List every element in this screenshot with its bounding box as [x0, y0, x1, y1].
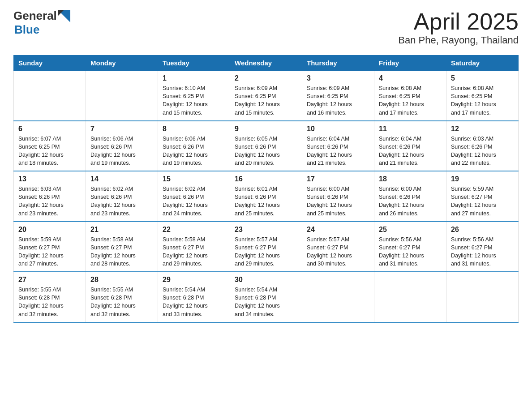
day-number: 16: [235, 175, 297, 183]
day-info: Sunrise: 6:09 AM Sunset: 6:25 PM Dayligh…: [235, 84, 297, 117]
calendar-cell: 6Sunrise: 6:07 AM Sunset: 6:25 PM Daylig…: [14, 121, 86, 171]
day-number: 15: [163, 175, 225, 183]
day-info: Sunrise: 6:03 AM Sunset: 6:26 PM Dayligh…: [451, 135, 514, 167]
day-info: Sunrise: 5:54 AM Sunset: 6:28 PM Dayligh…: [163, 286, 225, 318]
calendar-cell: 8Sunrise: 6:06 AM Sunset: 6:26 PM Daylig…: [158, 121, 230, 171]
calendar-week-row: 6Sunrise: 6:07 AM Sunset: 6:25 PM Daylig…: [14, 121, 519, 171]
calendar-week-row: 20Sunrise: 5:59 AM Sunset: 6:27 PM Dayli…: [14, 222, 519, 272]
day-info: Sunrise: 5:57 AM Sunset: 6:27 PM Dayligh…: [235, 235, 297, 268]
day-number: 17: [307, 175, 369, 183]
day-info: Sunrise: 6:06 AM Sunset: 6:26 PM Dayligh…: [90, 135, 153, 167]
day-number: 22: [163, 226, 225, 234]
calendar-cell: [14, 71, 86, 121]
page-title: April 2025: [398, 9, 519, 34]
calendar-cell: 4Sunrise: 6:08 AM Sunset: 6:25 PM Daylig…: [374, 71, 446, 121]
day-info: Sunrise: 5:56 AM Sunset: 6:27 PM Dayligh…: [451, 235, 514, 268]
logo-icon: [58, 10, 70, 22]
day-number: 5: [451, 74, 514, 82]
page-header: General Blue April 2025 Ban Phe, Rayong,…: [13, 9, 519, 46]
calendar-cell: 27Sunrise: 5:55 AM Sunset: 6:28 PM Dayli…: [14, 272, 86, 322]
calendar-day-header: Monday: [86, 56, 158, 71]
calendar-cell: 28Sunrise: 5:55 AM Sunset: 6:28 PM Dayli…: [86, 272, 158, 322]
day-info: Sunrise: 5:59 AM Sunset: 6:27 PM Dayligh…: [451, 185, 514, 218]
calendar-cell: 13Sunrise: 6:03 AM Sunset: 6:26 PM Dayli…: [14, 171, 86, 222]
day-info: Sunrise: 6:10 AM Sunset: 6:25 PM Dayligh…: [163, 84, 225, 117]
day-info: Sunrise: 5:56 AM Sunset: 6:27 PM Dayligh…: [379, 235, 442, 268]
logo-blue: Blue: [14, 23, 39, 37]
day-number: 1: [163, 74, 225, 82]
calendar-week-row: 27Sunrise: 5:55 AM Sunset: 6:28 PM Dayli…: [14, 272, 519, 322]
day-number: 10: [307, 125, 369, 133]
calendar-cell: 16Sunrise: 6:01 AM Sunset: 6:26 PM Dayli…: [230, 171, 302, 222]
day-info: Sunrise: 5:58 AM Sunset: 6:27 PM Dayligh…: [163, 235, 225, 268]
calendar-cell: 2Sunrise: 6:09 AM Sunset: 6:25 PM Daylig…: [230, 71, 302, 121]
calendar-cell: 29Sunrise: 5:54 AM Sunset: 6:28 PM Dayli…: [158, 272, 230, 322]
calendar-cell: 21Sunrise: 5:58 AM Sunset: 6:27 PM Dayli…: [86, 222, 158, 272]
day-info: Sunrise: 6:05 AM Sunset: 6:26 PM Dayligh…: [235, 135, 297, 167]
calendar-day-header: Sunday: [14, 56, 86, 71]
day-number: 26: [451, 226, 514, 234]
day-info: Sunrise: 5:54 AM Sunset: 6:28 PM Dayligh…: [235, 286, 297, 318]
day-info: Sunrise: 5:58 AM Sunset: 6:27 PM Dayligh…: [90, 235, 153, 268]
calendar-cell: 18Sunrise: 6:00 AM Sunset: 6:26 PM Dayli…: [374, 171, 446, 222]
calendar-cell: 20Sunrise: 5:59 AM Sunset: 6:27 PM Dayli…: [14, 222, 86, 272]
day-number: 21: [90, 226, 153, 234]
calendar-cell: 7Sunrise: 6:06 AM Sunset: 6:26 PM Daylig…: [86, 121, 158, 171]
calendar-header-row: SundayMondayTuesdayWednesdayThursdayFrid…: [14, 56, 519, 71]
day-info: Sunrise: 6:06 AM Sunset: 6:26 PM Dayligh…: [163, 135, 225, 167]
page-subtitle: Ban Phe, Rayong, Thailand: [398, 34, 519, 46]
day-info: Sunrise: 6:08 AM Sunset: 6:25 PM Dayligh…: [379, 84, 442, 117]
day-info: Sunrise: 6:00 AM Sunset: 6:26 PM Dayligh…: [379, 185, 442, 218]
day-number: 24: [307, 226, 369, 234]
day-info: Sunrise: 5:59 AM Sunset: 6:27 PM Dayligh…: [18, 235, 81, 268]
day-info: Sunrise: 6:00 AM Sunset: 6:26 PM Dayligh…: [307, 185, 369, 218]
logo-general: General: [13, 9, 57, 23]
day-info: Sunrise: 5:55 AM Sunset: 6:28 PM Dayligh…: [18, 286, 81, 318]
day-number: 13: [18, 175, 81, 183]
calendar-day-header: Friday: [374, 56, 446, 71]
calendar-cell: 22Sunrise: 5:58 AM Sunset: 6:27 PM Dayli…: [158, 222, 230, 272]
calendar-cell: 30Sunrise: 5:54 AM Sunset: 6:28 PM Dayli…: [230, 272, 302, 322]
day-number: 12: [451, 125, 514, 133]
calendar-week-row: 1Sunrise: 6:10 AM Sunset: 6:25 PM Daylig…: [14, 71, 519, 121]
calendar-cell: 10Sunrise: 6:04 AM Sunset: 6:26 PM Dayli…: [302, 121, 374, 171]
day-number: 2: [235, 74, 297, 82]
day-info: Sunrise: 6:09 AM Sunset: 6:25 PM Dayligh…: [307, 84, 369, 117]
day-info: Sunrise: 6:07 AM Sunset: 6:25 PM Dayligh…: [18, 135, 81, 167]
calendar-cell: [446, 272, 519, 322]
calendar-cell: 1Sunrise: 6:10 AM Sunset: 6:25 PM Daylig…: [158, 71, 230, 121]
day-number: 4: [379, 74, 442, 82]
logo: General Blue: [13, 9, 70, 37]
day-number: 14: [90, 175, 153, 183]
day-number: 23: [235, 226, 297, 234]
calendar-cell: 25Sunrise: 5:56 AM Sunset: 6:27 PM Dayli…: [374, 222, 446, 272]
day-info: Sunrise: 5:57 AM Sunset: 6:27 PM Dayligh…: [307, 235, 369, 268]
calendar-cell: 19Sunrise: 5:59 AM Sunset: 6:27 PM Dayli…: [446, 171, 519, 222]
calendar-day-header: Thursday: [302, 56, 374, 71]
day-number: 20: [18, 226, 81, 234]
calendar-cell: 24Sunrise: 5:57 AM Sunset: 6:27 PM Dayli…: [302, 222, 374, 272]
day-number: 11: [379, 125, 442, 133]
day-number: 3: [307, 74, 369, 82]
day-number: 28: [90, 276, 153, 284]
calendar-cell: 23Sunrise: 5:57 AM Sunset: 6:27 PM Dayli…: [230, 222, 302, 272]
calendar-day-header: Saturday: [446, 56, 519, 71]
calendar-cell: 11Sunrise: 6:04 AM Sunset: 6:26 PM Dayli…: [374, 121, 446, 171]
day-number: 7: [90, 125, 153, 133]
calendar-cell: [302, 272, 374, 322]
day-info: Sunrise: 6:08 AM Sunset: 6:25 PM Dayligh…: [451, 84, 514, 117]
calendar-cell: 3Sunrise: 6:09 AM Sunset: 6:25 PM Daylig…: [302, 71, 374, 121]
calendar-cell: [86, 71, 158, 121]
title-section: April 2025 Ban Phe, Rayong, Thailand: [398, 9, 519, 46]
calendar-cell: 5Sunrise: 6:08 AM Sunset: 6:25 PM Daylig…: [446, 71, 519, 121]
day-number: 25: [379, 226, 442, 234]
day-number: 18: [379, 175, 442, 183]
day-info: Sunrise: 5:55 AM Sunset: 6:28 PM Dayligh…: [90, 286, 153, 318]
calendar-cell: 9Sunrise: 6:05 AM Sunset: 6:26 PM Daylig…: [230, 121, 302, 171]
day-info: Sunrise: 6:03 AM Sunset: 6:26 PM Dayligh…: [18, 185, 81, 218]
calendar-day-header: Wednesday: [230, 56, 302, 71]
day-info: Sunrise: 6:04 AM Sunset: 6:26 PM Dayligh…: [307, 135, 369, 167]
day-number: 9: [235, 125, 297, 133]
day-info: Sunrise: 6:01 AM Sunset: 6:26 PM Dayligh…: [235, 185, 297, 218]
calendar-cell: 17Sunrise: 6:00 AM Sunset: 6:26 PM Dayli…: [302, 171, 374, 222]
